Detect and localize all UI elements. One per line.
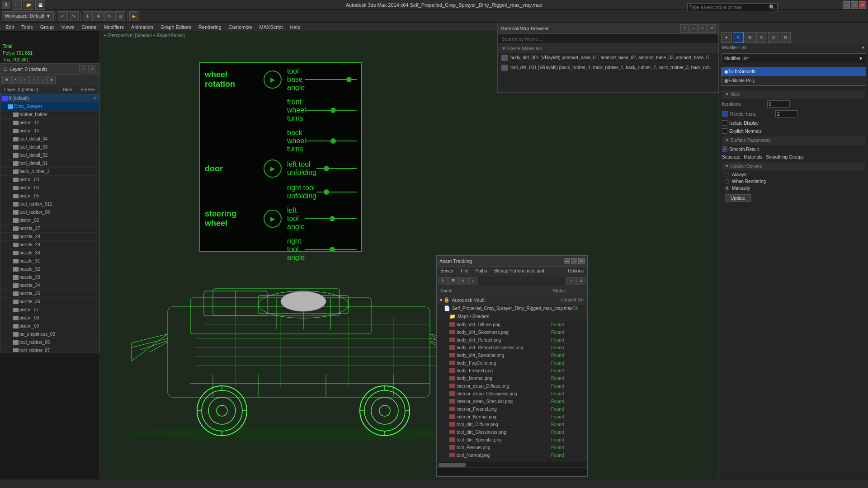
workspace-dropdown[interactable]: Workspace: Default ▼ <box>2 11 54 21</box>
layer-item[interactable]: piston_08 <box>0 314 99 322</box>
at-menu-item-bitmap-performance-and-memory[interactable]: Bitmap Performance and Memory <box>491 267 564 276</box>
menu-item-group[interactable]: Group <box>37 23 58 32</box>
layer-item[interactable]: nozzle_32 <box>0 265 99 273</box>
undo-btn[interactable]: ↶ <box>58 11 68 21</box>
layer-item[interactable]: tool_rubber_06 <box>0 338 99 347</box>
rp-utilities-btn[interactable]: ⚒ <box>780 32 791 43</box>
at-file-row[interactable]: body_FogColor.pngFound <box>437 359 587 367</box>
layers-help-btn[interactable]: ? <box>79 65 87 73</box>
modifier-dropdown[interactable]: Modifier List ▼ <box>721 53 866 63</box>
layers-up-btn[interactable]: ↑ <box>29 76 38 84</box>
menu-item-views[interactable]: Views <box>57 23 78 32</box>
layer-item[interactable]: piston_09 <box>0 322 99 330</box>
layer-item[interactable]: nozzle_27 <box>0 225 99 233</box>
at-menu-item-options[interactable]: Options <box>565 267 587 276</box>
at-refresh-btn[interactable]: ↻ <box>439 277 448 285</box>
menu-item-edit[interactable]: Edit <box>2 23 18 32</box>
layers-settings-btn[interactable]: ⚙ <box>2 76 10 84</box>
mat-maximize-btn[interactable]: □ <box>698 24 707 33</box>
rp-modify-btn[interactable]: ✎ <box>733 32 744 43</box>
at-detail-btn[interactable]: ≡ <box>468 277 477 285</box>
layer-item[interactable]: tool_rubber_08 <box>0 208 99 216</box>
redo-btn[interactable]: ↷ <box>69 11 79 21</box>
menu-item-create[interactable]: Create <box>78 23 100 32</box>
rp-motion-btn[interactable]: ↻ <box>756 32 767 43</box>
mat-help-btn[interactable]: ? <box>680 24 689 33</box>
ts-render-iters-input[interactable] <box>775 110 798 117</box>
modifier-turbosmoooth[interactable]: ▣ TurboSmooth <box>722 67 866 76</box>
at-file-row[interactable]: interior_Normal.pngFound <box>437 413 587 421</box>
layer-item[interactable]: piston_05 <box>0 192 99 200</box>
at-file-row[interactable]: tool_dirt_Glossiness.pngFound <box>437 428 587 436</box>
rp-create-btn[interactable]: ✦ <box>721 32 732 43</box>
at-maximize-btn[interactable]: □ <box>571 258 577 264</box>
anim-play-door[interactable]: ▶ <box>264 160 282 178</box>
anim-knob-7[interactable] <box>330 247 335 252</box>
at-close-btn[interactable]: ✕ <box>578 258 585 264</box>
at-file-row[interactable]: interior_clean_Glossiness.pngFound <box>437 390 587 398</box>
layer-item[interactable]: nozzle_35 <box>0 290 99 298</box>
at-file-row[interactable]: tool_dirt_Specular.pngFound <box>437 436 587 444</box>
menu-item-customize[interactable]: Customize <box>225 23 256 32</box>
layer-item[interactable]: nozzle_34 <box>0 282 99 290</box>
ts-explicit-normals-checkbox[interactable] <box>722 128 727 134</box>
layer-item[interactable]: rubber_holder <box>0 111 99 119</box>
layer-item[interactable]: piston_03 <box>0 176 99 184</box>
ts-render-check[interactable] <box>722 111 728 117</box>
layer-item[interactable]: nozzle_33 <box>0 273 99 282</box>
at-file-row[interactable]: interior_clean_Specular.pngFound <box>437 398 587 405</box>
radio-when-rendering-dot[interactable] <box>725 179 729 184</box>
modifier-list-arrow[interactable]: ▼ <box>861 45 865 50</box>
layer-item[interactable]: tool_detail_02 <box>0 151 99 160</box>
at-file-row[interactable]: body_dirt_RefractGlossiness.pngFound <box>437 344 587 352</box>
at-list-btn[interactable]: ☰ <box>448 277 458 285</box>
radio-manually-dot[interactable] <box>725 186 729 191</box>
maximize-button[interactable]: □ <box>851 1 858 9</box>
at-file-row[interactable]: tool_dirt_Diffuse.pngFound <box>437 421 587 428</box>
layer-item[interactable]: tool_rubber_07 <box>0 347 99 352</box>
anim-play-steering[interactable]: ▶ <box>264 210 282 228</box>
at-maps-folder[interactable]: 📁Maps / Shaders <box>437 313 587 321</box>
layer-item[interactable]: tool_detail_04 <box>0 135 99 143</box>
at-file-row[interactable]: body_Normal.pngFound <box>437 375 587 382</box>
radio-always-dot[interactable] <box>725 173 729 177</box>
layer-item[interactable]: Crop_Sprayer <box>0 103 99 111</box>
layers-delete-btn[interactable]: ✕ <box>11 76 19 84</box>
layer-item[interactable]: back_rubber_2 <box>0 168 99 176</box>
menu-item-modifiers[interactable]: Modifiers <box>100 23 127 32</box>
rp-hierarchy-btn[interactable]: ⊞ <box>745 32 755 43</box>
anim-play-wheel-rotation[interactable]: ▶ <box>264 70 282 89</box>
at-menu-item-paths[interactable]: Paths <box>472 267 491 276</box>
at-file-row[interactable]: body_dirt_Specular.pngFound <box>437 352 587 359</box>
layers-select-btn[interactable]: ◈ <box>47 76 56 84</box>
menu-item-animation[interactable]: Animation <box>127 23 157 32</box>
at-file-row[interactable]: body_dirt_Refract.pngFound <box>437 336 587 344</box>
at-max-file-row[interactable]: 📄Self_Propelled_Crop_Sprayer_Dirty_Rigge… <box>437 305 587 313</box>
close-button[interactable]: ✕ <box>859 1 866 9</box>
search-input[interactable] <box>689 5 769 10</box>
at-file-row[interactable]: tool_Fresnel.pngFound <box>437 444 587 451</box>
anim-knob-6[interactable] <box>330 216 335 221</box>
mat-close-btn[interactable]: ✕ <box>708 24 716 33</box>
ts-isolate-checkbox[interactable] <box>722 120 727 126</box>
layer-item[interactable]: piston_02 <box>0 216 99 225</box>
ts-iterations-input[interactable] <box>767 100 790 108</box>
at-scroll-thumb[interactable] <box>439 463 466 467</box>
layer-item[interactable]: nozzle_31 <box>0 257 99 265</box>
render-btn[interactable]: ▶ <box>129 11 139 21</box>
at-file-row[interactable]: body_dirt_Diffuse.pngFound <box>437 321 587 328</box>
select-btn[interactable]: ✛ <box>83 11 93 21</box>
menu-item-tools[interactable]: Tools <box>18 23 37 32</box>
menu-item-rendering[interactable]: Rendering <box>195 23 225 32</box>
layers-close-btn[interactable]: ✕ <box>88 65 96 73</box>
rotate-btn[interactable]: ↻ <box>104 11 114 21</box>
scale-btn[interactable]: ⊡ <box>115 11 125 21</box>
save-btn[interactable]: 💾 <box>35 0 45 10</box>
menu-item-help[interactable]: Help <box>287 23 304 32</box>
layer-item[interactable]: piston_04 <box>0 184 99 192</box>
anim-knob-2[interactable] <box>330 108 336 113</box>
at-file-row[interactable]: body_dirt_Glossiness.pngFound <box>437 328 587 336</box>
new-btn[interactable]: □ <box>12 0 22 10</box>
layer-item[interactable]: no_emptiness_03 <box>0 330 99 338</box>
layer-item[interactable]: piston_07 <box>0 306 99 314</box>
